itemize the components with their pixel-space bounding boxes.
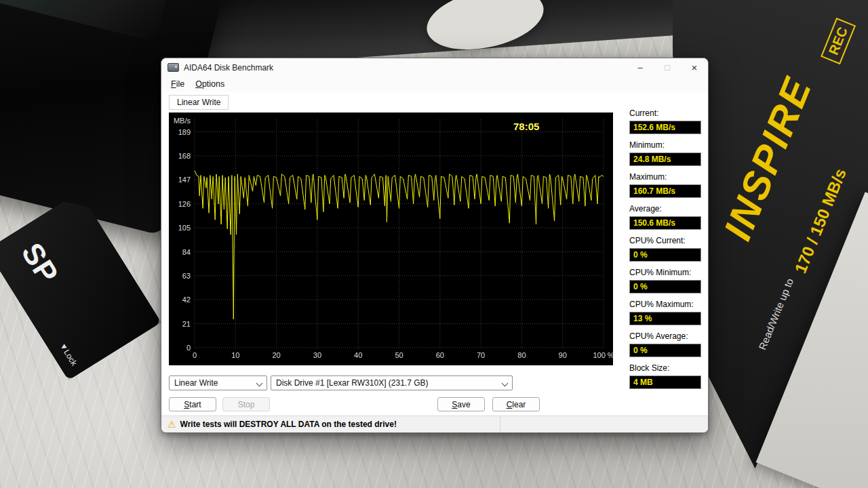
tab-linear-write[interactable]: Linear Write [169,95,229,110]
stat-label: Maximum: [629,172,701,182]
svg-text:105: 105 [178,224,191,232]
close-icon: × [692,62,698,73]
menu-file[interactable]: File [165,78,190,90]
stat-value: 150.6 MB/s [629,216,701,230]
minimize-button[interactable]: – [627,58,654,77]
stat-label: Block Size: [629,363,701,373]
chevron-down-icon [502,380,509,387]
svg-text:147: 147 [178,176,191,184]
svg-text:0: 0 [193,351,197,359]
svg-text:78:05: 78:05 [513,121,539,132]
app-icon [167,63,179,72]
tab-label: Linear Write [177,98,220,107]
svg-text:126: 126 [178,200,191,208]
svg-text:30: 30 [313,351,321,359]
warning-icon: ⚠ [167,420,176,429]
svg-text:MB/s: MB/s [174,117,191,125]
stat-value: 4 MB [629,375,701,389]
svg-text:84: 84 [182,248,191,256]
menubar: FileOptions [161,77,708,92]
stat-value: 160.7 MB/s [629,184,701,198]
svg-text:40: 40 [354,351,362,359]
stat-label: CPU% Maximum: [629,300,701,310]
titlebar[interactable]: AIDA64 Disk Benchmark – □ × [161,58,708,77]
svg-text:10: 10 [231,351,239,359]
minimize-icon: – [637,62,642,73]
test-type-value: Linear Write [174,378,218,388]
drive-value: Disk Drive #1 [Lexar RW310X] (231.7 GB) [276,378,429,388]
menu-options[interactable]: Options [190,78,230,90]
status-bar: ⚠ Write tests will DESTROY ALL DATA on t… [161,415,708,432]
start-button[interactable]: Start [169,397,216,411]
svg-text:70: 70 [477,351,485,359]
svg-text:50: 50 [395,351,403,359]
photo-background: INSPIRE REC Read/Write up to 170 / 150 M… [0,0,868,488]
drive-select[interactable]: Disk Drive #1 [Lexar RW310X] (231.7 GB) [271,375,513,390]
benchmark-chart: 0214263841051261471681890102030405060708… [169,113,613,365]
svg-text:80: 80 [517,351,526,359]
svg-text:21: 21 [182,320,191,328]
stat-label: Current: [629,108,701,119]
stats-panel: Current:152.6 MB/sMinimum:24.8 MB/sMaxim… [629,108,701,395]
svg-text:0: 0 [186,344,191,352]
stat-value: 0 % [629,248,701,262]
svg-text:20: 20 [272,351,280,359]
stat-value: 152.6 MB/s [629,121,701,134]
svg-text:189: 189 [178,128,191,136]
chart-area: 0214263841051261471681890102030405060708… [169,113,613,365]
svg-text:168: 168 [178,152,191,160]
svg-text:63: 63 [182,272,191,280]
stat-label: Minimum: [629,140,701,150]
stat-value: 13 % [629,312,701,325]
stat-label: CPU% Current: [629,236,701,246]
chevron-down-icon [256,380,263,387]
stat-value: 24.8 MB/s [629,152,701,166]
aida64-window: AIDA64 Disk Benchmark – □ × FileOptions … [161,58,709,433]
maximize-button[interactable]: □ [654,58,681,77]
stat-label: Average: [629,204,701,214]
sp-logo: SP [15,237,66,289]
warning-text: Write tests will DESTROY ALL DATA on the… [180,420,397,429]
lock-label: ▼Lock [58,341,79,367]
stat-value: 0 % [629,344,701,357]
stop-button: Stop [222,397,270,411]
maximize-icon: □ [665,62,670,73]
stat-label: CPU% Minimum: [629,268,701,278]
save-button[interactable]: Save [437,397,485,411]
svg-text:90: 90 [559,351,567,359]
close-button[interactable]: × [681,58,708,77]
svg-text:42: 42 [182,296,191,304]
warning-pane: ⚠ Write tests will DESTROY ALL DATA on t… [161,416,500,432]
window-title: AIDA64 Disk Benchmark [184,63,273,73]
test-type-select[interactable]: Linear Write [169,375,267,390]
stat-label: CPU% Average: [629,331,701,342]
stat-value: 0 % [629,280,701,293]
clear-button[interactable]: Clear [492,397,540,411]
svg-text:100 %: 100 % [593,351,613,359]
svg-text:60: 60 [436,351,444,359]
